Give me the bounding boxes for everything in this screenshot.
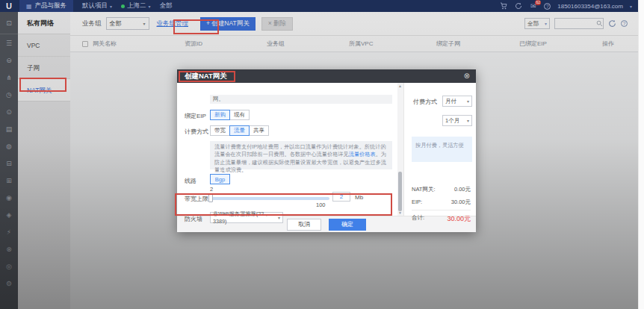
bandwidth-input[interactable]: [332, 192, 350, 202]
option-existing[interactable]: 现有: [229, 110, 250, 120]
bind-eip-options: 新购 现有: [210, 110, 250, 120]
line-label: 线路: [185, 177, 196, 185]
price-label: NAT网关:: [412, 186, 436, 193]
payment-period-value: 月付: [445, 98, 456, 105]
traffic-price-link[interactable]: 流量价格表: [349, 151, 376, 157]
dialog-body: 网。 绑定EIP 新购 现有 计费方式 带宽 流量 共享 流量计费需支付IP地址…: [177, 83, 476, 216]
price-row-nat: NAT网关: 0.00元: [412, 186, 471, 193]
console-page: U ▦ 产品与服务 默认项目 ▾ 上海二 ▾ 全部 ✉ 62: [0, 0, 644, 309]
payment-duration-value: 1个月: [445, 117, 459, 125]
option-bandwidth[interactable]: 带宽: [210, 125, 230, 136]
price-value: 30.00元: [451, 199, 471, 206]
billing-method-label: 计费方式: [185, 128, 208, 136]
confirm-button[interactable]: 确定: [329, 219, 366, 231]
close-icon[interactable]: ⊗: [464, 72, 470, 80]
chevron-down-icon: ▾: [278, 215, 280, 220]
payment-method-label: 付费方式: [413, 98, 437, 106]
chevron-down-icon: ▾: [467, 118, 469, 123]
billing-method-options: 带宽 流量 共享: [210, 125, 269, 136]
bandwidth-unit: Mb: [355, 194, 363, 201]
slider-max-value: 100: [316, 202, 326, 208]
payment-period-select[interactable]: 月付 ▾: [442, 96, 472, 107]
scrollbar-thumb[interactable]: [398, 172, 402, 211]
price-row-eip: EIP: 30.00元: [412, 199, 471, 206]
traffic-billing-note: 流量计费需支付IP地址费用，并以出口流量作为计费统计对象。所统计的流量会在次日扣…: [210, 141, 392, 169]
bandwidth-slider[interactable]: [210, 197, 329, 200]
scrolled-note-remainder: 网。: [210, 95, 392, 104]
option-shared[interactable]: 共享: [249, 125, 269, 136]
price-label: EIP:: [412, 199, 422, 206]
create-nat-gateway-dialog: 创建NAT网关 ⊗ 网。 绑定EIP 新购 现有 计费方式 带宽 流量 共享 流…: [177, 69, 476, 232]
chevron-down-icon: ▾: [467, 99, 469, 104]
price-row-total: 合计: 30.00元: [412, 210, 471, 224]
dialog-title: 创建NAT网关: [185, 72, 227, 81]
cancel-button[interactable]: 取消: [287, 219, 321, 231]
scroll-up-icon[interactable]: ▲: [398, 84, 402, 88]
payment-panel: 付费方式 月付 ▾ 1个月 ▾ 按月付费，灵活方便 NAT网关: 0.00元 E…: [403, 83, 476, 216]
payment-note: 按月付费，灵活方便: [412, 137, 472, 162]
slider-min-value: 2: [210, 186, 213, 193]
line-options: Bgp: [210, 174, 230, 184]
option-new-purchase[interactable]: 新购: [210, 110, 230, 120]
firewall-value: 非Web服务器推荐(22，3389): [213, 210, 278, 225]
option-bgp[interactable]: Bgp: [210, 174, 230, 184]
scroll-down-icon[interactable]: ▼: [398, 210, 402, 215]
firewall-select[interactable]: 非Web服务器推荐(22，3389) ▾: [210, 212, 283, 223]
price-value: 0.00元: [454, 186, 471, 193]
option-traffic[interactable]: 流量: [229, 125, 250, 136]
total-label: 合计:: [412, 214, 424, 224]
payment-duration-select[interactable]: 1个月 ▾: [442, 115, 472, 126]
dialog-header: 创建NAT网关 ⊗: [177, 69, 476, 83]
bandwidth-limit-label: 带宽上限: [185, 195, 208, 203]
total-value: 30.00元: [447, 214, 471, 224]
browser-scrollbar[interactable]: [638, 0, 644, 309]
dialog-scrollbar[interactable]: ▲ ▼: [397, 83, 403, 216]
bind-eip-label: 绑定EIP: [185, 112, 206, 120]
firewall-label: 防火墙: [185, 215, 202, 223]
slider-handle[interactable]: [208, 194, 213, 202]
